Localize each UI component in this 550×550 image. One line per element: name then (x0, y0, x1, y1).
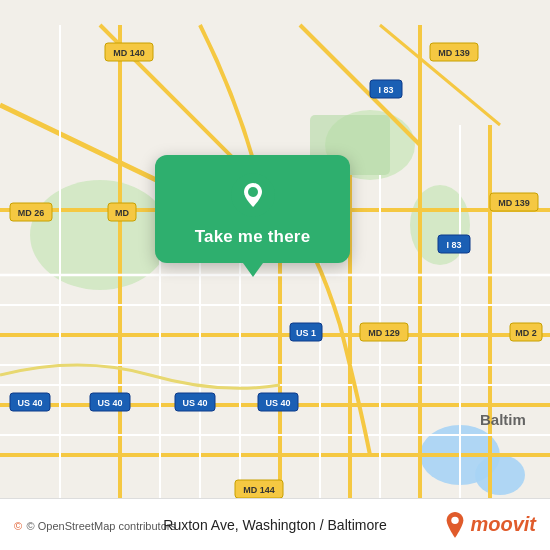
svg-text:Baltim: Baltim (480, 411, 526, 428)
svg-text:MD 139: MD 139 (438, 48, 470, 58)
svg-point-1 (30, 180, 170, 290)
take-me-there-button[interactable]: Take me there (195, 227, 311, 247)
svg-text:I 83: I 83 (378, 85, 393, 95)
osm-attribution: © OpenStreetMap contributors (27, 520, 176, 532)
svg-text:US 40: US 40 (17, 398, 42, 408)
map-background: MD 140 MD 139 I 83 MD 26 MD I 83 MD 139 … (0, 0, 550, 550)
copyright-symbol: © (14, 520, 22, 532)
bottom-bar: © © OpenStreetMap contributors Ruxton Av… (0, 498, 550, 550)
svg-text:MD: MD (115, 208, 129, 218)
svg-text:MD 144: MD 144 (243, 485, 275, 495)
location-popup[interactable]: Take me there (155, 155, 350, 263)
svg-text:US 1: US 1 (296, 328, 316, 338)
location-label-section: Ruxton Ave, Washington / Baltimore (163, 516, 386, 534)
svg-text:US 40: US 40 (97, 398, 122, 408)
svg-text:MD 2: MD 2 (515, 328, 537, 338)
svg-point-6 (475, 455, 525, 495)
moovit-brand-name: moovit (470, 513, 536, 536)
svg-point-64 (248, 187, 258, 197)
location-pin-icon (231, 173, 275, 217)
svg-text:US 40: US 40 (265, 398, 290, 408)
svg-text:I 83: I 83 (446, 240, 461, 250)
map-container: MD 140 MD 139 I 83 MD 26 MD I 83 MD 139 … (0, 0, 550, 550)
svg-text:MD 140: MD 140 (113, 48, 145, 58)
copyright-section: © © OpenStreetMap contributors (14, 516, 176, 534)
location-name: Ruxton Ave, Washington / Baltimore (163, 517, 386, 533)
svg-text:MD 139: MD 139 (498, 198, 530, 208)
svg-point-65 (452, 516, 459, 523)
svg-text:MD 129: MD 129 (368, 328, 400, 338)
svg-text:MD 26: MD 26 (18, 208, 45, 218)
moovit-pin-icon (444, 512, 466, 538)
svg-text:US 40: US 40 (182, 398, 207, 408)
moovit-logo: moovit (444, 512, 536, 538)
